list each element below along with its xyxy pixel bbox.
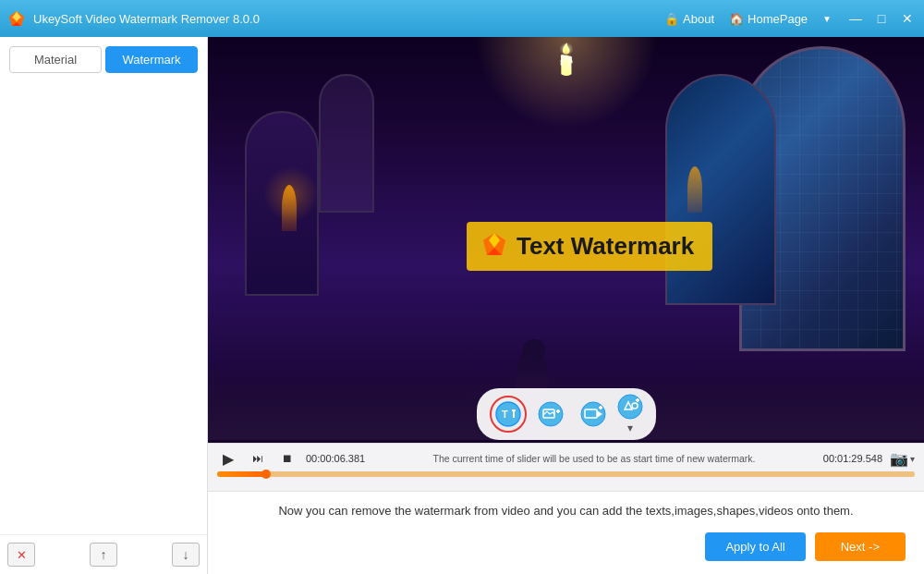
title-bar: UkeySoft Video Watermark Remover 8.0.0 🔒… — [0, 0, 924, 37]
progress-remaining — [266, 471, 915, 477]
progress-thumb[interactable] — [261, 470, 271, 479]
move-up-button[interactable]: ↑ — [90, 543, 117, 567]
watermark-text-label: Text Watermark — [517, 232, 694, 261]
app-icon — [7, 9, 26, 28]
play-button[interactable]: ▶ — [217, 447, 239, 470]
tab-watermark[interactable]: Watermark — [105, 46, 198, 73]
progress-filled — [217, 471, 266, 477]
watermark-overlay: Text Watermark — [467, 222, 712, 271]
next-button[interactable]: Next -> — [815, 532, 906, 561]
bottom-section: Now you can remove the watermark from vi… — [208, 491, 924, 574]
progress-bar-row — [217, 471, 915, 477]
delete-icon: ✕ — [17, 548, 27, 562]
torch-glow-left — [263, 166, 319, 222]
apply-to-all-button[interactable]: Apply to All — [705, 532, 805, 561]
add-image-watermark-button[interactable] — [532, 396, 569, 433]
video-container: 🕯️ Text Watermark — [208, 37, 924, 491]
screenshot-button[interactable]: 📷 ▾ — [890, 450, 915, 468]
about-nav-item[interactable]: 🔒 About — [664, 12, 714, 26]
title-bar-left: UkeySoft Video Watermark Remover 8.0.0 — [7, 9, 260, 28]
home-icon: 🏠 — [729, 12, 744, 26]
add-text-watermark-button[interactable]: T — [490, 396, 527, 433]
dropdown-icon: ▼ — [822, 14, 832, 24]
shape-dropdown-icon: ▾ — [627, 421, 633, 434]
step-forward-button[interactable]: ⏭ — [247, 447, 269, 470]
move-down-button[interactable]: ↓ — [172, 543, 200, 567]
delete-item-button[interactable]: ✕ — [7, 543, 35, 567]
homepage-label: HomePage — [748, 12, 808, 26]
up-arrow-icon: ↑ — [101, 547, 107, 562]
content-area: 🕯️ Text Watermark — [208, 37, 924, 574]
dropdown-nav-item[interactable]: ▼ — [822, 14, 832, 24]
torch-right — [687, 166, 702, 213]
slider-hint-text: The current time of slider will be used … — [372, 453, 816, 464]
tab-material[interactable]: Material — [9, 46, 102, 73]
homepage-nav-item[interactable]: 🏠 HomePage — [729, 12, 808, 26]
video-toolbar: T — [477, 388, 656, 440]
main-layout: Material Watermark ✕ ↑ ↓ — [0, 37, 924, 574]
chandelier-fixture: 🕯️ — [548, 42, 585, 77]
wall-detail-2 — [319, 74, 374, 213]
end-time-label: 00:01:29.548 — [823, 453, 882, 464]
sidebar-content — [0, 82, 207, 534]
camera-icon: 📷 — [890, 450, 908, 468]
bottom-message-text: Now you can remove the watermark from vi… — [226, 503, 906, 519]
current-time-label: 00:00:06.381 — [306, 453, 365, 464]
figure-head — [523, 339, 545, 361]
add-video-watermark-button[interactable] — [575, 396, 612, 433]
svg-text:T: T — [502, 409, 508, 420]
about-label: About — [683, 12, 714, 26]
title-nav: 🔒 About 🏠 HomePage ▼ — [664, 12, 832, 26]
maximize-button[interactable]: □ — [872, 12, 891, 25]
watermark-logo-icon — [480, 229, 509, 263]
video-controls-bar: ▶ ⏭ ⏹ 00:00:06.381 The current time of s… — [208, 443, 924, 491]
sidebar-bottom: ✕ ↑ ↓ — [0, 534, 207, 574]
window-controls: — □ ✕ — [846, 12, 917, 25]
minimize-button[interactable]: — — [846, 12, 865, 25]
lock-icon: 🔒 — [664, 12, 679, 26]
window-title: UkeySoft Video Watermark Remover 8.0.0 — [33, 12, 260, 26]
close-button[interactable]: ✕ — [898, 12, 917, 25]
controls-top-row: ▶ ⏭ ⏹ 00:00:06.381 The current time of s… — [217, 447, 915, 470]
down-arrow-icon: ↓ — [183, 547, 189, 562]
sidebar: Material Watermark ✕ ↑ ↓ — [0, 37, 208, 574]
svg-point-7 — [496, 402, 520, 426]
camera-dropdown-icon: ▾ — [910, 454, 915, 464]
stop-button[interactable]: ⏹ — [276, 447, 298, 470]
progress-bar[interactable] — [217, 471, 915, 477]
title-bar-right: 🔒 About 🏠 HomePage ▼ — □ ✕ — [664, 12, 917, 26]
bottom-actions: Apply to All Next -> — [226, 532, 906, 561]
add-shape-watermark-button[interactable]: ▾ — [617, 394, 643, 434]
sidebar-tabs: Material Watermark — [9, 46, 198, 73]
